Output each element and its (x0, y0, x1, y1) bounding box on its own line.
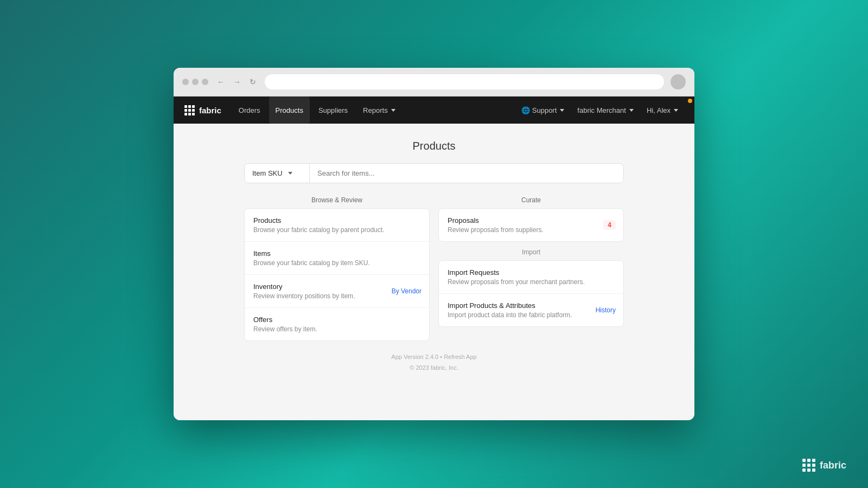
browse-offers-item[interactable]: Offers Review offers by item. (245, 308, 429, 341)
browse-items-item[interactable]: Items Browse your fabric catalog by item… (245, 242, 429, 275)
inventory-by-vendor-link[interactable]: By Vendor (392, 287, 422, 295)
browse-offers-title: Offers (253, 316, 420, 324)
brand-name-label: fabric (199, 106, 221, 115)
browse-section-header: Browse & Review (244, 196, 430, 204)
browser-dot-close[interactable] (182, 79, 189, 85)
browse-products-title: Products (253, 216, 420, 224)
fabric-logo-icon (184, 105, 195, 115)
proposals-item[interactable]: Proposals Review proposals from supplier… (439, 209, 623, 241)
import-section-header: Import (438, 248, 624, 256)
import-history-link[interactable]: History (596, 306, 616, 314)
footer-copyright: © 2023 fabric, Inc. (391, 363, 476, 374)
browser-chrome: ← → ↻ (174, 68, 694, 97)
nav-merchant[interactable]: fabric Merchant (572, 103, 639, 118)
watermark-logo-icon (802, 459, 815, 472)
search-bar: Item SKU (244, 163, 624, 183)
browse-card: Products Browse your fabric catalog by p… (244, 208, 430, 341)
curate-column: Curate Proposals Review proposals from s… (438, 196, 624, 341)
browser-user-avatar (671, 74, 686, 89)
browser-forward-button[interactable]: → (231, 76, 243, 87)
browser-refresh-button[interactable]: ↻ (247, 76, 258, 87)
import-requests-title: Import Requests (448, 268, 615, 277)
browser-window: ← → ↻ fabric Orders Products (174, 68, 694, 420)
browser-address-bar[interactable] (265, 74, 664, 89)
navbar: fabric Orders Products Suppliers Reports… (174, 97, 694, 124)
import-products-item[interactable]: Import Products & Attributes Import prod… (439, 294, 623, 326)
nav-products[interactable]: Products (269, 97, 310, 124)
main-content: Products Item SKU Browse & Review Produc… (174, 124, 694, 420)
footer-version: App Version 2.4.0 • Refresh App (391, 352, 476, 363)
browse-products-desc: Browse your fabric catalog by parent pro… (253, 226, 420, 234)
proposals-title: Proposals (448, 216, 615, 224)
browser-nav-buttons: ← → ↻ (215, 76, 258, 87)
curate-card: Proposals Review proposals from supplier… (438, 208, 624, 242)
browse-inventory-item[interactable]: Inventory Review inventory positions by … (245, 275, 429, 308)
import-card: Import Requests Review proposals from yo… (438, 260, 624, 327)
merchant-chevron-icon (629, 109, 634, 112)
support-globe-icon: 🌐 (521, 106, 530, 114)
reports-chevron-icon (391, 109, 395, 112)
curate-section-header: Curate (438, 196, 624, 204)
browse-items-desc: Browse your fabric catalog by item SKU. (253, 259, 420, 267)
search-dropdown-chevron-icon (288, 172, 292, 175)
import-products-desc: Import product data into the fabric plat… (448, 311, 615, 319)
browser-dot-minimize[interactable] (192, 79, 199, 85)
browse-products-item[interactable]: Products Browse your fabric catalog by p… (245, 209, 429, 242)
nav-support[interactable]: 🌐 Support (516, 103, 570, 118)
browse-offers-desc: Review offers by item. (253, 325, 420, 333)
notification-dot (688, 99, 692, 103)
browser-traffic-lights (182, 79, 208, 85)
nav-orders[interactable]: Orders (232, 97, 267, 124)
footer: App Version 2.4.0 • Refresh App © 2023 f… (380, 341, 487, 384)
nav-reports[interactable]: Reports (356, 97, 402, 124)
import-requests-desc: Review proposals from your merchant part… (448, 278, 615, 286)
nav-brand[interactable]: fabric (184, 105, 221, 115)
import-section: Import Import Requests Review proposals … (438, 248, 624, 327)
search-type-dropdown[interactable]: Item SKU (245, 164, 310, 183)
import-requests-item[interactable]: Import Requests Review proposals from yo… (439, 261, 623, 294)
search-input[interactable] (310, 164, 623, 183)
browser-dot-maximize[interactable] (202, 79, 208, 85)
user-chevron-icon (674, 109, 678, 112)
two-columns-layout: Browse & Review Products Browse your fab… (244, 196, 624, 341)
nav-right: 🌐 Support fabric Merchant Hi, Alex (516, 103, 684, 118)
browse-column: Browse & Review Products Browse your fab… (244, 196, 430, 341)
proposals-desc: Review proposals from suppliers. (448, 226, 615, 234)
import-products-title: Import Products & Attributes (448, 301, 615, 310)
nav-suppliers[interactable]: Suppliers (312, 97, 354, 124)
page-title: Products (413, 140, 456, 152)
proposals-badge: 4 (603, 220, 616, 230)
fabric-watermark: fabric (802, 459, 846, 472)
browse-items-title: Items (253, 249, 420, 258)
support-chevron-icon (560, 109, 564, 112)
browser-back-button[interactable]: ← (215, 76, 227, 87)
app-container: fabric Orders Products Suppliers Reports… (174, 97, 694, 420)
nav-user[interactable]: Hi, Alex (641, 103, 684, 118)
watermark-label: fabric (820, 460, 846, 471)
